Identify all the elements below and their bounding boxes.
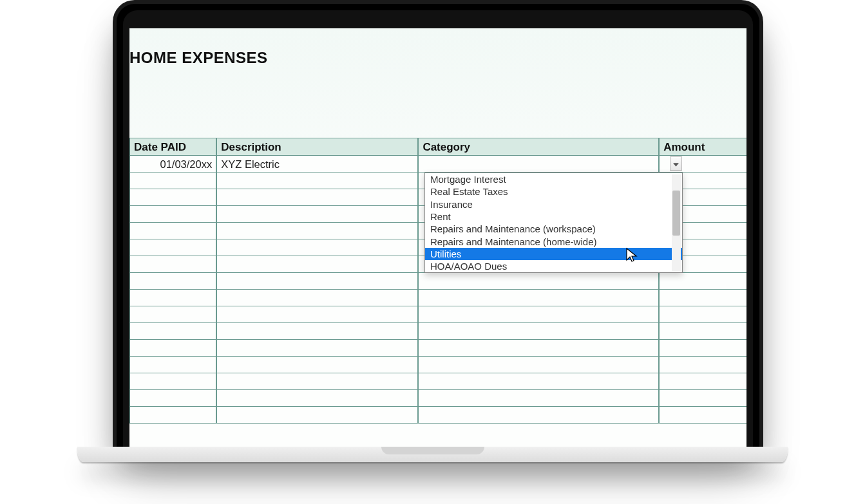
cell-empty[interactable] [216, 323, 418, 340]
cell-empty[interactable] [129, 273, 216, 290]
cell-empty[interactable] [418, 340, 659, 357]
page-title: HOME EXPENSES [129, 49, 268, 67]
cell-empty[interactable] [129, 239, 216, 256]
column-header-category: Category [418, 138, 659, 156]
cell-empty[interactable] [129, 206, 216, 223]
cell-empty[interactable] [129, 256, 216, 273]
cell-empty[interactable] [216, 407, 418, 424]
cell-empty[interactable] [216, 390, 418, 407]
table-row [129, 357, 746, 373]
laptop-notch [381, 447, 484, 454]
cell-empty[interactable] [129, 290, 216, 306]
laptop-frame: HOME EXPENSES Date PAID Description Cate… [113, 0, 763, 451]
dropdown-option[interactable]: Repairs and Maintenance (home-wide) [425, 235, 682, 247]
cell-empty[interactable] [216, 373, 418, 390]
cell-empty[interactable] [659, 357, 746, 373]
table-row [129, 323, 746, 340]
cell-empty[interactable] [129, 390, 216, 407]
table-header-row: Date PAID Description Category Amount [129, 138, 746, 156]
cell-empty[interactable] [216, 273, 418, 290]
cell-empty[interactable] [216, 173, 418, 189]
table-row [129, 373, 746, 390]
column-header-description: Description [216, 138, 418, 156]
cell-empty[interactable] [418, 306, 659, 323]
cell-empty[interactable] [216, 189, 418, 206]
table-row [129, 390, 746, 407]
cell-empty[interactable] [659, 273, 746, 290]
cell-empty[interactable] [216, 306, 418, 323]
cell-empty[interactable] [129, 223, 216, 239]
dropdown-option[interactable]: Mortgage Interest [425, 173, 682, 185]
cell-empty[interactable] [129, 306, 216, 323]
cell-category[interactable] [418, 156, 659, 173]
dropdown-option[interactable]: Real Estate Taxes [425, 185, 682, 198]
dropdown-scrollbar[interactable] [672, 174, 681, 271]
category-dropdown-list: Mortgage Interest Real Estate Taxes Insu… [424, 173, 683, 273]
cell-empty[interactable] [129, 373, 216, 390]
dropdown-option[interactable]: Repairs and Maintenance (workspace) [425, 223, 682, 235]
dropdown-option-selected[interactable]: Utilities [425, 248, 682, 260]
table-row [129, 340, 746, 357]
cell-empty[interactable] [216, 223, 418, 239]
cell-empty[interactable] [216, 206, 418, 223]
cell-empty[interactable] [418, 290, 659, 306]
cell-empty[interactable] [129, 357, 216, 373]
cell-empty[interactable] [418, 390, 659, 407]
table-row: 01/03/20xx XYZ Electric Mortgage Interes… [129, 156, 746, 173]
cell-empty[interactable] [418, 273, 659, 290]
cell-empty[interactable] [216, 256, 418, 273]
table-row [129, 290, 746, 306]
cell-empty[interactable] [129, 407, 216, 424]
table-row [129, 306, 746, 323]
cell-empty[interactable] [659, 323, 746, 340]
table-row [129, 407, 746, 424]
cell-empty[interactable] [216, 290, 418, 306]
cell-empty[interactable] [129, 340, 216, 357]
cell-empty[interactable] [216, 357, 418, 373]
column-header-amount: Amount [659, 138, 746, 156]
category-dropdown-button[interactable] [670, 156, 682, 171]
laptop-bezel: HOME EXPENSES Date PAID Description Cate… [123, 10, 753, 451]
cell-empty[interactable] [659, 340, 746, 357]
table-row [129, 273, 746, 290]
chevron-down-icon [673, 158, 679, 169]
cell-empty[interactable] [129, 323, 216, 340]
cell-empty[interactable] [418, 323, 659, 340]
screen: HOME EXPENSES Date PAID Description Cate… [129, 28, 746, 451]
cell-empty[interactable] [418, 373, 659, 390]
cell-empty[interactable] [216, 340, 418, 357]
cell-empty[interactable] [659, 306, 746, 323]
cell-description[interactable]: XYZ Electric [216, 156, 418, 173]
dropdown-option[interactable]: Insurance [425, 198, 682, 210]
cell-empty[interactable] [659, 390, 746, 407]
cell-empty[interactable] [659, 290, 746, 306]
cell-empty[interactable] [659, 407, 746, 424]
cell-empty[interactable] [129, 173, 216, 189]
column-header-date: Date PAID [129, 138, 216, 156]
dropdown-scrollbar-thumb[interactable] [672, 191, 680, 236]
dropdown-option[interactable]: Rent [425, 210, 682, 223]
cell-date[interactable]: 01/03/20xx [129, 156, 216, 173]
cell-empty[interactable] [216, 239, 418, 256]
cell-empty[interactable] [418, 357, 659, 373]
cell-empty[interactable] [659, 373, 746, 390]
laptop-base [77, 447, 788, 462]
dropdown-option[interactable]: HOA/AOAO Dues [425, 260, 682, 272]
spreadsheet: Date PAID Description Category Amount 01… [129, 138, 746, 451]
cell-empty[interactable] [418, 407, 659, 424]
cell-empty[interactable] [129, 189, 216, 206]
